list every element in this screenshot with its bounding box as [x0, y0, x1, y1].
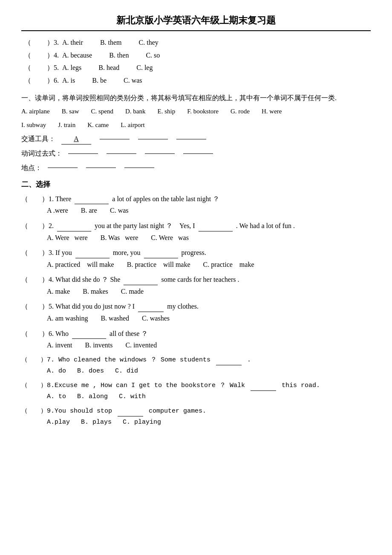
category-place: 地点： — [21, 162, 371, 173]
category-transport: 交通工具： A — [21, 133, 371, 145]
question-9: （ ）9.You should stop computer games. A.p… — [21, 406, 371, 428]
question-5: （ ）5. What did you do just now ? I my cl… — [21, 301, 371, 324]
question-2: （ ）2. you at the party last night ？ Yes,… — [21, 220, 371, 243]
section1-title: 一、读单词，将单词按照相同的类别分类，将其标号填写在相应的线上，其中有一个单词不… — [21, 92, 371, 104]
paren-3: （ — [21, 37, 34, 48]
category-past-tense: 动词过去式： — [21, 148, 371, 159]
question-3: （ ）3. If you more, you progress. A. prac… — [21, 247, 371, 270]
word-list-2: I. subway J. train K. came L. airport — [21, 120, 371, 130]
question-6: （ ）6. Who all of these ？ A. invent B. in… — [21, 328, 371, 351]
question-7: （ ）7. Who cleaned the windows ？ Some stu… — [21, 355, 371, 376]
mc-row-4: （ ）4. A. because B. then C. so — [21, 50, 371, 61]
mc-section: （ ）3. A. their B. them C. they （ ）4. A. … — [21, 37, 371, 86]
mc-row-6: （ ）6. A. is B. be C. was — [21, 75, 371, 86]
question-4: （ ）4. What did she do ？ She some cards f… — [21, 274, 371, 297]
question-8: （ ）8.Excuse me , How can I get to the bo… — [21, 381, 371, 402]
section2-title: 二、选择 — [21, 179, 371, 190]
mc-row-5: （ ）5. A. legs B. head C. leg — [21, 62, 371, 73]
mc-row-3: （ ）3. A. their B. them C. they — [21, 37, 371, 48]
question-1: （ ）1. There a lot of apples on the table… — [21, 194, 371, 216]
word-list: A. airplane B. saw C. spend D. bank E. s… — [21, 106, 371, 116]
page-title: 新北京版小学英语六年级上期末复习题 — [21, 13, 371, 28]
